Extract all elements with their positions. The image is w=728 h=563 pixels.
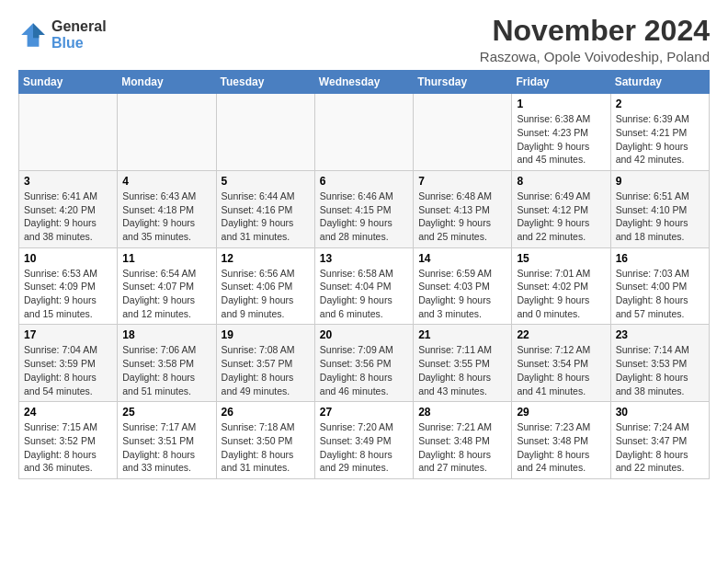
header-saturday: Saturday [610, 71, 709, 94]
calendar-cell-4-6: 30Sunrise: 7:24 AM Sunset: 3:47 PM Dayli… [610, 402, 709, 479]
day-info-18: Sunrise: 7:06 AM Sunset: 3:58 PM Dayligh… [122, 343, 210, 397]
day-number-10: 10 [24, 252, 112, 265]
day-info-1: Sunrise: 6:38 AM Sunset: 4:23 PM Dayligh… [517, 112, 605, 167]
calendar-cell-3-4: 21Sunrise: 7:11 AM Sunset: 3:55 PM Dayli… [414, 325, 512, 402]
day-number-19: 19 [222, 328, 310, 341]
day-info-10: Sunrise: 6:53 AM Sunset: 4:09 PM Dayligh… [24, 267, 112, 321]
week-row-3: 17Sunrise: 7:04 AM Sunset: 3:59 PM Dayli… [19, 325, 710, 402]
day-info-15: Sunrise: 7:01 AM Sunset: 4:02 PM Dayligh… [517, 267, 605, 321]
calendar-cell-3-3: 20Sunrise: 7:09 AM Sunset: 3:56 PM Dayli… [314, 325, 413, 402]
calendar-cell-0-0 [19, 94, 118, 171]
day-info-9: Sunrise: 6:51 AM Sunset: 4:10 PM Dayligh… [616, 190, 704, 244]
title-block: November 2024 Raszowa, Opole Voivodeship… [480, 15, 710, 64]
day-info-13: Sunrise: 6:58 AM Sunset: 4:04 PM Dayligh… [320, 267, 408, 321]
day-info-6: Sunrise: 6:46 AM Sunset: 4:15 PM Dayligh… [320, 190, 408, 244]
svg-marker-1 [33, 23, 45, 38]
day-number-20: 20 [320, 328, 408, 341]
calendar-cell-0-6: 2Sunrise: 6:39 AM Sunset: 4:21 PM Daylig… [610, 94, 709, 171]
day-info-5: Sunrise: 6:44 AM Sunset: 4:16 PM Dayligh… [222, 190, 310, 244]
logo-general-text: General [51, 18, 107, 35]
page: General Blue November 2024 Raszowa, Opol… [0, 0, 728, 488]
day-number-12: 12 [222, 252, 310, 265]
day-info-12: Sunrise: 6:56 AM Sunset: 4:06 PM Dayligh… [222, 267, 310, 321]
day-info-19: Sunrise: 7:08 AM Sunset: 3:57 PM Dayligh… [222, 343, 310, 397]
day-info-24: Sunrise: 7:15 AM Sunset: 3:52 PM Dayligh… [24, 420, 112, 475]
week-row-4: 24Sunrise: 7:15 AM Sunset: 3:52 PM Dayli… [19, 402, 710, 479]
day-number-28: 28 [418, 406, 506, 419]
calendar-cell-4-2: 26Sunrise: 7:18 AM Sunset: 3:50 PM Dayli… [216, 402, 314, 479]
day-number-16: 16 [616, 252, 704, 265]
day-number-29: 29 [517, 406, 605, 419]
calendar-cell-4-0: 24Sunrise: 7:15 AM Sunset: 3:52 PM Dayli… [19, 402, 118, 479]
calendar-cell-1-1: 4Sunrise: 6:43 AM Sunset: 4:18 PM Daylig… [118, 170, 216, 247]
calendar-cell-0-3 [314, 94, 413, 171]
calendar-cell-4-5: 29Sunrise: 7:23 AM Sunset: 3:48 PM Dayli… [512, 402, 610, 479]
calendar-cell-1-3: 6Sunrise: 6:46 AM Sunset: 4:15 PM Daylig… [314, 170, 413, 247]
calendar-cell-2-4: 14Sunrise: 6:59 AM Sunset: 4:03 PM Dayli… [414, 247, 512, 325]
day-number-27: 27 [320, 406, 408, 419]
logo-icon [18, 20, 48, 50]
day-number-2: 2 [616, 98, 704, 110]
day-info-28: Sunrise: 7:21 AM Sunset: 3:48 PM Dayligh… [418, 420, 506, 475]
header-monday: Monday [118, 71, 216, 94]
day-number-8: 8 [517, 175, 605, 188]
day-number-3: 3 [24, 175, 112, 188]
day-info-22: Sunrise: 7:12 AM Sunset: 3:54 PM Dayligh… [517, 343, 605, 397]
calendar-cell-4-4: 28Sunrise: 7:21 AM Sunset: 3:48 PM Dayli… [414, 402, 512, 479]
day-number-23: 23 [616, 328, 704, 341]
calendar-cell-2-3: 13Sunrise: 6:58 AM Sunset: 4:04 PM Dayli… [314, 247, 413, 325]
header-thursday: Thursday [414, 71, 512, 94]
day-number-22: 22 [517, 328, 605, 341]
day-number-6: 6 [320, 175, 408, 188]
day-number-11: 11 [122, 252, 210, 265]
calendar-cell-1-5: 8Sunrise: 6:49 AM Sunset: 4:12 PM Daylig… [512, 170, 610, 247]
week-row-1: 3Sunrise: 6:41 AM Sunset: 4:20 PM Daylig… [19, 170, 710, 247]
day-number-18: 18 [122, 328, 210, 341]
day-info-27: Sunrise: 7:20 AM Sunset: 3:49 PM Dayligh… [320, 420, 408, 475]
calendar-cell-1-0: 3Sunrise: 6:41 AM Sunset: 4:20 PM Daylig… [19, 170, 118, 247]
calendar-cell-2-0: 10Sunrise: 6:53 AM Sunset: 4:09 PM Dayli… [19, 247, 118, 325]
calendar-cell-3-1: 18Sunrise: 7:06 AM Sunset: 3:58 PM Dayli… [118, 325, 216, 402]
calendar-cell-1-6: 9Sunrise: 6:51 AM Sunset: 4:10 PM Daylig… [610, 170, 709, 247]
day-info-16: Sunrise: 7:03 AM Sunset: 4:00 PM Dayligh… [616, 267, 704, 321]
calendar-cell-2-2: 12Sunrise: 6:56 AM Sunset: 4:06 PM Dayli… [216, 247, 314, 325]
day-number-7: 7 [418, 175, 506, 188]
calendar-cell-1-4: 7Sunrise: 6:48 AM Sunset: 4:13 PM Daylig… [414, 170, 512, 247]
day-number-30: 30 [616, 406, 704, 419]
day-info-25: Sunrise: 7:17 AM Sunset: 3:51 PM Dayligh… [122, 420, 210, 475]
day-info-17: Sunrise: 7:04 AM Sunset: 3:59 PM Dayligh… [24, 343, 112, 397]
day-number-13: 13 [320, 252, 408, 265]
logo: General Blue [18, 18, 107, 51]
day-number-9: 9 [616, 175, 704, 188]
logo-blue-text: Blue [51, 35, 107, 52]
day-number-21: 21 [418, 328, 506, 341]
calendar-cell-3-0: 17Sunrise: 7:04 AM Sunset: 3:59 PM Dayli… [19, 325, 118, 402]
day-info-3: Sunrise: 6:41 AM Sunset: 4:20 PM Dayligh… [24, 190, 112, 244]
day-info-29: Sunrise: 7:23 AM Sunset: 3:48 PM Dayligh… [517, 420, 605, 475]
header: General Blue November 2024 Raszowa, Opol… [18, 15, 710, 64]
calendar-cell-1-2: 5Sunrise: 6:44 AM Sunset: 4:16 PM Daylig… [216, 170, 314, 247]
day-info-26: Sunrise: 7:18 AM Sunset: 3:50 PM Dayligh… [222, 420, 310, 475]
header-sunday: Sunday [19, 71, 118, 94]
header-friday: Friday [512, 71, 610, 94]
day-number-1: 1 [517, 98, 605, 110]
day-info-30: Sunrise: 7:24 AM Sunset: 3:47 PM Dayligh… [616, 420, 704, 475]
day-info-4: Sunrise: 6:43 AM Sunset: 4:18 PM Dayligh… [122, 190, 210, 244]
header-tuesday: Tuesday [216, 71, 314, 94]
calendar-cell-2-6: 16Sunrise: 7:03 AM Sunset: 4:00 PM Dayli… [610, 247, 709, 325]
day-info-8: Sunrise: 6:49 AM Sunset: 4:12 PM Dayligh… [517, 190, 605, 244]
day-info-23: Sunrise: 7:14 AM Sunset: 3:53 PM Dayligh… [616, 343, 704, 397]
calendar-cell-2-5: 15Sunrise: 7:01 AM Sunset: 4:02 PM Dayli… [512, 247, 610, 325]
calendar-cell-3-2: 19Sunrise: 7:08 AM Sunset: 3:57 PM Dayli… [216, 325, 314, 402]
logo-text: General Blue [51, 18, 107, 51]
day-info-14: Sunrise: 6:59 AM Sunset: 4:03 PM Dayligh… [418, 267, 506, 321]
calendar-cell-3-5: 22Sunrise: 7:12 AM Sunset: 3:54 PM Dayli… [512, 325, 610, 402]
calendar-cell-0-1 [118, 94, 216, 171]
calendar-cell-3-6: 23Sunrise: 7:14 AM Sunset: 3:53 PM Dayli… [610, 325, 709, 402]
location: Raszowa, Opole Voivodeship, Poland [480, 49, 710, 64]
calendar-cell-0-5: 1Sunrise: 6:38 AM Sunset: 4:23 PM Daylig… [512, 94, 610, 171]
day-info-11: Sunrise: 6:54 AM Sunset: 4:07 PM Dayligh… [122, 267, 210, 321]
day-number-25: 25 [122, 406, 210, 419]
month-title: November 2024 [480, 15, 710, 47]
calendar-cell-2-1: 11Sunrise: 6:54 AM Sunset: 4:07 PM Dayli… [118, 247, 216, 325]
